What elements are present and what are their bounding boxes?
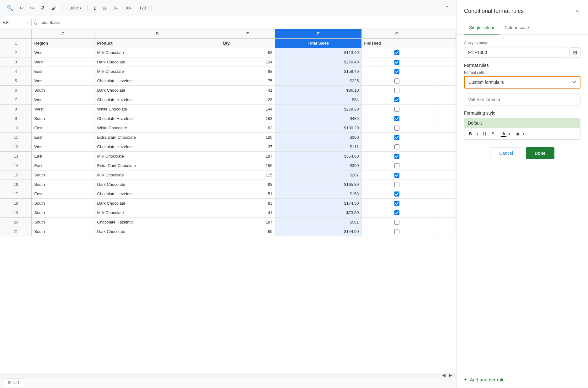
cell-product-row-4[interactable]: Milk Chocolate: [94, 67, 220, 76]
cell-product-row-6[interactable]: Dark Chocolate: [94, 86, 220, 95]
cell-total-sales-row-14[interactable]: $390: [275, 161, 361, 170]
cell-region-row-5[interactable]: West: [32, 76, 94, 86]
currency-btn[interactable]: £: [92, 4, 98, 12]
cell-product-row-7[interactable]: Chocolate Hazelnut: [94, 95, 220, 105]
cell-total-sales-row-2[interactable]: $113.40: [275, 48, 361, 57]
cell-qty-row-1[interactable]: Qty.: [220, 39, 275, 48]
cell-region-row-20[interactable]: South: [32, 218, 94, 227]
col-header-e[interactable]: E: [220, 29, 275, 39]
cell-total-sales-row-10[interactable]: $130.20: [275, 123, 361, 133]
cell-region-row-9[interactable]: South: [32, 114, 94, 123]
cell-product-row-19[interactable]: Milk Chocolate: [94, 208, 220, 218]
cell-finished-row-4[interactable]: [361, 67, 432, 76]
cell-finished-row-3[interactable]: [361, 57, 432, 67]
cell-finished-row-15[interactable]: [361, 170, 432, 180]
cell-region-row-4[interactable]: East: [32, 67, 94, 76]
percent-btn[interactable]: %: [101, 4, 109, 12]
cell-qty-row-13[interactable]: 197: [220, 152, 275, 161]
text-color-arrow[interactable]: ▾: [509, 132, 510, 136]
cell-region-row-17[interactable]: East: [32, 189, 94, 199]
add-another-rule-row[interactable]: + Add another rule: [457, 371, 588, 388]
cell-finished-row-16[interactable]: [361, 180, 432, 189]
cell-qty-row-10[interactable]: 62: [220, 123, 275, 133]
cell-qty-row-21[interactable]: 69: [220, 227, 275, 236]
cell-finished-row-20[interactable]: [361, 218, 432, 227]
cell-region-row-14[interactable]: East: [32, 161, 94, 170]
cell-total-sales-row-1[interactable]: Total Sales: [275, 39, 361, 48]
checkbox-input-row-20[interactable]: [394, 220, 399, 225]
horizontal-scrollbar[interactable]: ◀ ▶: [0, 373, 456, 377]
checkbox-input-row-21[interactable]: [394, 229, 399, 234]
checkbox-input-row-6[interactable]: [394, 88, 399, 93]
underline-button[interactable]: U: [481, 130, 488, 137]
cell-product-row-20[interactable]: Chocolate Hazelnut: [94, 218, 220, 227]
cell-qty-row-4[interactable]: 88: [220, 67, 275, 76]
checkbox-input-row-15[interactable]: [394, 173, 399, 178]
cell-product-row-14[interactable]: Extra Dark Chocolate: [94, 161, 220, 170]
cell-total-sales-row-16[interactable]: $195.30: [275, 180, 361, 189]
cell-qty-row-8[interactable]: 144: [220, 105, 275, 114]
strikethrough-button[interactable]: S: [489, 130, 496, 137]
cell-product-row-2[interactable]: Milk Chocolate: [94, 48, 220, 57]
cell-qty-row-15[interactable]: 115: [220, 170, 275, 180]
range-input-field[interactable]: [464, 47, 567, 58]
fill-color-button[interactable]: ◈: [514, 130, 521, 137]
italic-button[interactable]: I: [475, 130, 480, 137]
checkbox-input-row-8[interactable]: [394, 107, 399, 112]
cell-total-sales-row-4[interactable]: $158.40: [275, 67, 361, 76]
checkbox-input-row-19[interactable]: [394, 210, 399, 215]
cell-finished-row-12[interactable]: [361, 142, 432, 152]
col-header-d[interactable]: D: [94, 29, 220, 39]
cell-total-sales-row-9[interactable]: $489: [275, 114, 361, 123]
cell-region-row-12[interactable]: West: [32, 142, 94, 152]
panel-close-button[interactable]: ×: [574, 6, 580, 16]
cell-region-row-13[interactable]: East: [32, 152, 94, 161]
cell-total-sales-row-13[interactable]: $354.60: [275, 152, 361, 161]
cell-finished-row-14[interactable]: [361, 161, 432, 170]
cell-product-row-18[interactable]: Dark Chocolate: [94, 199, 220, 208]
cell-region-row-3[interactable]: West: [32, 57, 94, 67]
cell-region-row-10[interactable]: East: [32, 123, 94, 133]
cell-finished-row-1[interactable]: Finished: [361, 39, 432, 48]
checkbox-input-row-3[interactable]: [394, 60, 399, 65]
cell-total-sales-row-19[interactable]: $73.80: [275, 208, 361, 218]
zoom-control[interactable]: 100% ▾: [66, 4, 84, 12]
cancel-button[interactable]: Cancel: [490, 147, 522, 159]
cell-qty-row-18[interactable]: 83: [220, 199, 275, 208]
decimal-decrease-btn[interactable]: .0←: [111, 5, 121, 12]
checkbox-input-row-17[interactable]: [394, 191, 399, 197]
cell-product-row-10[interactable]: White Chocolate: [94, 123, 220, 133]
formula-input[interactable]: [40, 20, 453, 25]
cell-total-sales-row-5[interactable]: $225: [275, 76, 361, 86]
more-options-btn[interactable]: ⋮: [156, 4, 164, 12]
cell-qty-row-5[interactable]: 75: [220, 76, 275, 86]
checkbox-input-row-10[interactable]: [394, 126, 399, 131]
bold-button[interactable]: B: [467, 130, 474, 137]
cell-region-row-8[interactable]: West: [32, 105, 94, 114]
collapse-btn[interactable]: ⌃: [443, 4, 451, 12]
cell-qty-row-16[interactable]: 93: [220, 180, 275, 189]
decimal-increase-btn[interactable]: .00→: [123, 5, 135, 12]
cell-product-row-11[interactable]: Extra Dark Chocolate: [94, 133, 220, 142]
fill-color-arrow[interactable]: ▾: [523, 132, 524, 136]
col-header-g[interactable]: G: [361, 29, 432, 39]
cell-total-sales-row-8[interactable]: $259.20: [275, 105, 361, 114]
cell-region-row-6[interactable]: South: [32, 86, 94, 95]
cell-total-sales-row-11[interactable]: $300: [275, 133, 361, 142]
redo-btn[interactable]: ↪: [28, 4, 36, 12]
cell-finished-row-6[interactable]: [361, 86, 432, 95]
checkbox-input-row-9[interactable]: [394, 116, 399, 121]
checkbox-input-row-5[interactable]: [394, 78, 399, 84]
checkbox-input-row-4[interactable]: [394, 69, 399, 74]
col-header-f[interactable]: F: [275, 29, 361, 39]
cell-finished-row-19[interactable]: [361, 208, 432, 218]
print-btn[interactable]: 🖨: [38, 4, 47, 12]
cell-total-sales-row-20[interactable]: $561: [275, 218, 361, 227]
cell-product-row-8[interactable]: White Chocolate: [94, 105, 220, 114]
checkbox-input-row-12[interactable]: [394, 144, 399, 149]
cell-product-row-12[interactable]: Chocolate Hazelnut: [94, 142, 220, 152]
cell-finished-row-8[interactable]: [361, 105, 432, 114]
cell-finished-row-11[interactable]: [361, 133, 432, 142]
cell-total-sales-row-21[interactable]: $144.90: [275, 227, 361, 236]
cell-region-row-21[interactable]: South: [32, 227, 94, 236]
